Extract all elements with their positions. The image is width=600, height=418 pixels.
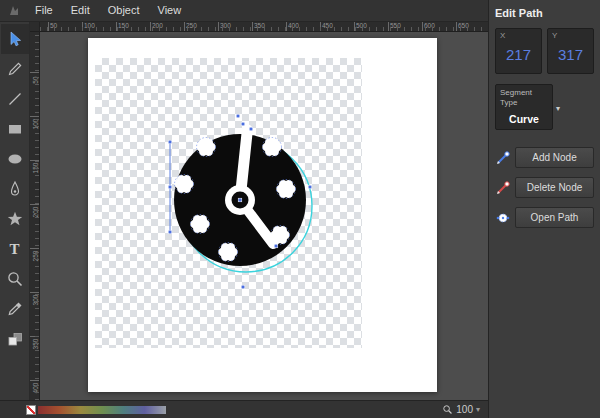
rectangle-icon bbox=[6, 120, 24, 138]
statusbar: 100 ▾ bbox=[0, 400, 488, 418]
delete-node-row: Delete Node bbox=[495, 177, 594, 198]
selection-node[interactable] bbox=[238, 198, 242, 202]
segment-type-row: Segment Type Curve ▾ bbox=[495, 84, 594, 130]
ruler-tick bbox=[116, 22, 117, 31]
segment-label-line2: Type bbox=[500, 98, 548, 108]
ruler-label: 350 bbox=[30, 336, 40, 352]
tool-pen[interactable] bbox=[1, 174, 29, 204]
ruler-label: 150 bbox=[118, 22, 129, 29]
tool-color-swatches[interactable] bbox=[1, 324, 29, 354]
add-node-row: Add Node bbox=[495, 147, 594, 168]
tool-star[interactable] bbox=[1, 204, 29, 234]
horizontal-ruler: 50100150200250300350400450500550600650 bbox=[40, 22, 488, 32]
canvas[interactable] bbox=[40, 32, 488, 400]
app-logo-icon bbox=[6, 3, 22, 19]
y-value: 317 bbox=[558, 46, 583, 63]
ruler-label: 550 bbox=[390, 22, 401, 29]
menu-object[interactable]: Object bbox=[99, 0, 149, 21]
zoom-control[interactable]: 100 ▾ bbox=[442, 404, 480, 415]
coordinate-fields: X 217 Y 317 bbox=[495, 28, 594, 74]
app-window: File Edit Object View bbox=[0, 0, 600, 418]
open-path-button[interactable]: Open Path bbox=[515, 207, 594, 228]
vertical-ruler: 50100150200250300350400 bbox=[30, 32, 40, 400]
selection-node[interactable] bbox=[241, 285, 245, 289]
add-node-button[interactable]: Add Node bbox=[515, 147, 594, 168]
menu-file[interactable]: File bbox=[26, 0, 62, 21]
ruler-label: 450 bbox=[322, 22, 333, 29]
zoom-value: 100 bbox=[456, 404, 473, 415]
menu-view[interactable]: View bbox=[149, 0, 191, 21]
selection-node[interactable] bbox=[168, 230, 172, 234]
ruler-tick bbox=[286, 22, 287, 31]
content-area: T bbox=[0, 22, 488, 400]
magnifier-icon bbox=[6, 270, 24, 288]
x-coordinate-field[interactable]: X 217 bbox=[495, 28, 542, 74]
ruler-tick bbox=[252, 22, 253, 31]
selection-node[interactable] bbox=[236, 114, 240, 118]
pencil-icon bbox=[6, 60, 24, 78]
segment-type-value: Curve bbox=[500, 113, 548, 125]
ruler-corner bbox=[30, 22, 40, 32]
y-label: Y bbox=[552, 31, 557, 40]
tool-pencil[interactable] bbox=[1, 54, 29, 84]
panel-title: Edit Path bbox=[495, 7, 594, 19]
tool-line[interactable] bbox=[1, 84, 29, 114]
ruler-tick bbox=[82, 22, 83, 31]
selection-node[interactable] bbox=[274, 244, 278, 248]
selection-node[interactable] bbox=[249, 127, 253, 131]
ellipse-icon bbox=[6, 150, 24, 168]
ruler-tick bbox=[456, 22, 457, 31]
ruler-label: 200 bbox=[30, 204, 40, 220]
selection-node[interactable] bbox=[241, 122, 245, 126]
chevron-down-icon: ▾ bbox=[476, 405, 480, 414]
clock-artwork[interactable] bbox=[40, 32, 488, 400]
ruler-label: 500 bbox=[356, 22, 367, 29]
workarea: 50100150200250300350400450500550600650 5… bbox=[30, 22, 488, 400]
selection-node[interactable] bbox=[168, 185, 172, 189]
open-path-icon bbox=[495, 210, 511, 226]
main-area: File Edit Object View bbox=[0, 0, 488, 418]
menu-edit[interactable]: Edit bbox=[62, 0, 99, 21]
path-action-buttons: Add Node Delete Node Open Path bbox=[495, 147, 594, 228]
tool-ellipse[interactable] bbox=[1, 144, 29, 174]
ruler-tick bbox=[388, 22, 389, 31]
text-tool-icon: T bbox=[9, 241, 19, 258]
segment-type-select[interactable]: Segment Type Curve bbox=[495, 84, 553, 130]
x-label: X bbox=[500, 31, 505, 40]
color-gradient-strip[interactable] bbox=[38, 406, 166, 414]
delete-node-button[interactable]: Delete Node bbox=[515, 177, 594, 198]
select-arrow-icon bbox=[6, 30, 24, 48]
ruler-label: 600 bbox=[424, 22, 435, 29]
ruler-label: 50 bbox=[50, 22, 57, 29]
ruler-tick bbox=[48, 22, 49, 31]
ruler-label: 250 bbox=[186, 22, 197, 29]
pen-nib-icon bbox=[6, 180, 24, 198]
selection-node[interactable] bbox=[168, 140, 172, 144]
add-node-icon bbox=[495, 150, 511, 166]
ruler-label: 150 bbox=[30, 160, 40, 176]
ruler-tick bbox=[422, 22, 423, 31]
tool-palette: T bbox=[0, 22, 30, 400]
chevron-down-icon[interactable]: ▾ bbox=[556, 104, 560, 113]
ruler-label: 400 bbox=[30, 380, 40, 396]
selection-node[interactable] bbox=[308, 185, 312, 189]
menubar: File Edit Object View bbox=[0, 0, 488, 22]
tool-text[interactable]: T bbox=[1, 234, 29, 264]
ruler-label: 50 bbox=[30, 72, 40, 88]
ruler-label: 400 bbox=[288, 22, 299, 29]
edit-path-panel: Edit Path X 217 Y 317 Segment Type Curve… bbox=[488, 0, 600, 418]
delete-node-icon bbox=[495, 180, 511, 196]
no-color-swatch[interactable] bbox=[26, 405, 36, 415]
x-value: 217 bbox=[506, 46, 531, 63]
tool-rectangle[interactable] bbox=[1, 114, 29, 144]
tool-zoom[interactable] bbox=[1, 264, 29, 294]
ruler-label: 250 bbox=[30, 248, 40, 264]
swatches-icon bbox=[6, 330, 24, 348]
tool-select[interactable] bbox=[1, 24, 29, 54]
ruler-tick bbox=[184, 22, 185, 31]
ruler-tick bbox=[354, 22, 355, 31]
star-icon bbox=[6, 210, 24, 228]
y-coordinate-field[interactable]: Y 317 bbox=[547, 28, 594, 74]
ruler-label: 100 bbox=[30, 116, 40, 132]
tool-eyedropper[interactable] bbox=[1, 294, 29, 324]
